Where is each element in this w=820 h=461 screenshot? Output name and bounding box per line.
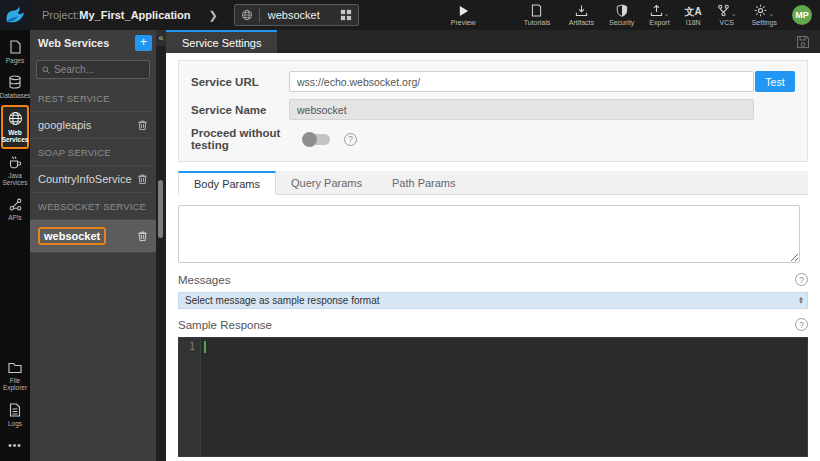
section-header-soap: SOAP SERVICE (30, 139, 156, 166)
main-area: Service Settings Service URL Test Servic… (166, 30, 820, 461)
rail-item-pages[interactable]: Pages (0, 34, 30, 69)
java-services-coffee-icon (8, 155, 22, 169)
rail-label: Java Services (0, 172, 30, 187)
file-explorer-folder-icon (8, 362, 22, 374)
artifacts-button[interactable]: Artifacts (569, 4, 594, 26)
pages-icon (9, 40, 22, 54)
rail-label: APIs (8, 214, 22, 221)
security-button[interactable]: Security (609, 4, 634, 26)
app-logo[interactable] (0, 0, 30, 30)
editor-tab-websocket[interactable]: websocket (234, 4, 359, 26)
panel-scrollbar: « (156, 30, 166, 461)
preview-label: Preview (451, 19, 476, 26)
wavemaker-logo-icon (4, 4, 26, 26)
tab-body-params[interactable]: Body Params (178, 171, 276, 195)
rail-more-button[interactable]: ••• (0, 432, 30, 461)
settings-label: Settings (752, 19, 777, 26)
export-button[interactable]: ⌄ Export (649, 4, 669, 26)
rail-label: Logs (8, 420, 22, 427)
messages-scrollbar[interactable]: ▲ ▼ (795, 297, 807, 304)
logs-icon (9, 403, 21, 417)
rail-label: Pages (6, 57, 24, 64)
settings-button[interactable]: ⌄ Settings (752, 4, 777, 26)
section-header-websocket: WEBSOCKET SERVICE (30, 193, 156, 220)
service-name: CountryInfoService (38, 173, 137, 185)
messages-help-icon[interactable]: ? (795, 273, 808, 286)
search-icon (42, 65, 50, 75)
rail-label: File Explorer (0, 377, 30, 392)
tutorials-icon (531, 4, 542, 17)
scroll-down-icon: ▼ (798, 301, 804, 304)
service-item-countryinfoservice[interactable]: CountryInfoService (30, 166, 156, 193)
breadcrumb-chevron-icon: ❯ (209, 9, 218, 22)
tutorials-button[interactable]: Tutorials (524, 4, 551, 26)
search-box[interactable] (36, 60, 150, 79)
tab-path-params[interactable]: Path Params (377, 171, 471, 194)
panel-title: Web Services (38, 37, 135, 49)
sample-response-editor[interactable]: 1 (178, 337, 808, 457)
tab-query-params[interactable]: Query Params (276, 171, 377, 194)
sample-response-help-icon[interactable]: ? (795, 318, 808, 331)
export-upload-icon (650, 4, 663, 17)
delete-icon[interactable] (137, 119, 148, 131)
top-bar: Project:My_First_Application ❯ websocket… (0, 0, 820, 30)
messages-select-placeholder: Select message as sample response format (179, 295, 795, 306)
rail-item-web-services[interactable]: Web Services (1, 105, 29, 149)
editor-code-area[interactable] (201, 338, 807, 456)
save-icon[interactable] (796, 35, 810, 49)
service-name: googleapis (38, 119, 137, 131)
rail-spacer (0, 226, 30, 355)
rail-label: Databases (0, 92, 31, 99)
proceed-help-icon[interactable]: ? (344, 133, 357, 146)
section-header-rest: REST SERVICE (30, 85, 156, 112)
vcs-button[interactable]: ⌄ VCS (717, 4, 737, 26)
service-url-label: Service URL (191, 76, 289, 88)
service-item-websocket[interactable]: websocket (30, 220, 156, 253)
preview-button[interactable]: Preview (451, 4, 476, 26)
settings-gear-icon (754, 4, 767, 17)
rail-item-databases[interactable]: Databases (0, 69, 30, 104)
collapse-panel-button[interactable]: « (156, 30, 166, 46)
artifacts-download-icon (575, 4, 588, 17)
user-avatar[interactable]: MP (792, 5, 812, 25)
editor-tab-label: websocket (266, 9, 334, 21)
service-name-input[interactable] (289, 99, 754, 120)
messages-select[interactable]: Select message as sample response format… (178, 292, 808, 309)
service-name-label: Service Name (191, 104, 289, 116)
left-rail: Pages Databases Web Services Java Servic… (0, 30, 30, 461)
messages-label: Messages (178, 274, 795, 286)
security-shield-icon (616, 4, 628, 17)
service-url-input[interactable] (289, 71, 754, 92)
rail-label: Web Services (2, 129, 29, 144)
rail-item-logs[interactable]: Logs (0, 397, 30, 432)
service-settings-content: Service URL Test Service Name Proceed wi… (166, 53, 820, 461)
rail-item-java-services[interactable]: Java Services (0, 149, 30, 192)
service-name: websocket (38, 227, 106, 245)
search-input[interactable] (54, 64, 144, 75)
delete-icon[interactable] (137, 173, 148, 185)
databases-icon (8, 75, 22, 89)
play-icon (458, 5, 469, 17)
i18n-label: I18N (686, 19, 701, 26)
project-name: My_First_Application (79, 9, 190, 21)
security-label: Security (609, 19, 634, 26)
delete-icon[interactable] (137, 230, 148, 242)
rail-item-file-explorer[interactable]: File Explorer (0, 356, 30, 397)
param-tab-bar: Body Params Query Params Path Params (178, 171, 808, 195)
add-service-button[interactable]: + (135, 35, 152, 51)
i18n-icon: 文A (685, 4, 702, 17)
rail-item-apis[interactable]: APIs (0, 192, 30, 226)
tab-service-settings[interactable]: Service Settings (166, 30, 277, 53)
grid-icon[interactable] (340, 9, 352, 21)
scrollbar-thumb[interactable] (158, 180, 163, 238)
topbar-actions: Artifacts Security ⌄ Export 文A I18N ⌄ VC… (569, 4, 820, 26)
test-button[interactable]: Test (755, 71, 795, 92)
settings-chevron-icon: ⌄ (768, 10, 774, 17)
service-item-googleapis[interactable]: googleapis (30, 112, 156, 139)
body-params-textarea[interactable] (178, 205, 800, 263)
proceed-without-testing-label: Proceed without testing (191, 127, 303, 151)
i18n-button[interactable]: 文A I18N (685, 4, 702, 26)
proceed-without-testing-toggle[interactable] (303, 134, 330, 145)
web-services-globe-icon (8, 111, 23, 126)
editor-gutter: 1 (179, 338, 201, 456)
